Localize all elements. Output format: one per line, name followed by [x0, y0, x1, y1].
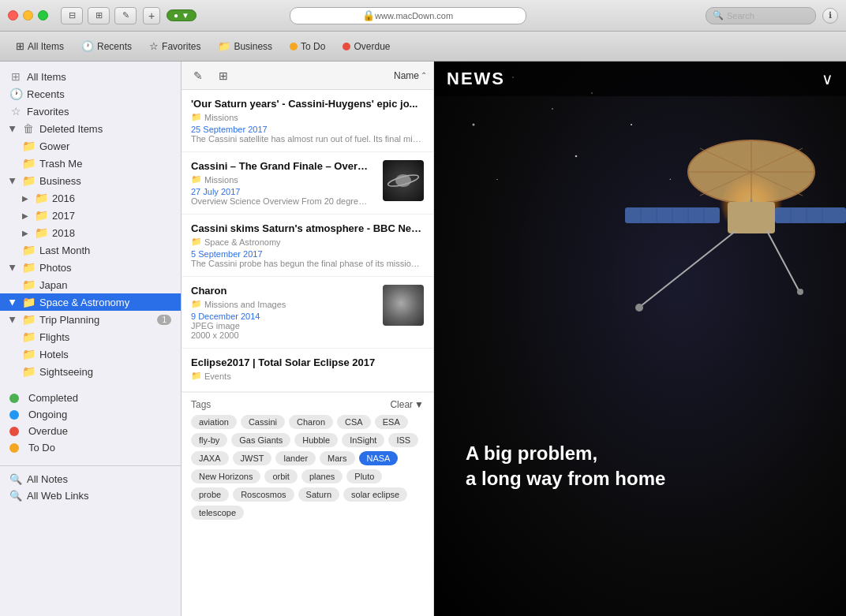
spacecraft-graphic [562, 109, 846, 377]
tags-title: Tags [191, 399, 211, 410]
note-item[interactable]: Charon 📁 Missions and Images 9 December … [182, 277, 433, 349]
close-button[interactable] [8, 10, 18, 21]
sidebar-item-last-month[interactable]: 📁 Last Month [0, 241, 181, 259]
sidebar-status-ongoing[interactable]: Ongoing [9, 406, 171, 423]
toolbar-recents[interactable]: 🕐 Recents [75, 38, 138, 54]
sidebar-item-favorites[interactable]: ☆ Favorites [0, 103, 181, 120]
traffic-indicator: ● ▼ [167, 9, 197, 21]
tag-planes[interactable]: planes [301, 469, 343, 483]
nav-controls: ⊟ ⊞ ✎ [61, 7, 137, 24]
tag-esa[interactable]: ESA [375, 415, 408, 429]
toolbar-all-items[interactable]: ⊞ All Items [9, 38, 70, 54]
sidebar-item-trash-me[interactable]: 📁 Trash Me [0, 155, 181, 172]
sidebar-item-2016[interactable]: ▶ 📁 2016 [0, 189, 181, 207]
grid-button[interactable]: ⊞ [213, 67, 234, 84]
tag-charon[interactable]: Charon [289, 415, 333, 429]
toolbar-todo[interactable]: To Do [283, 39, 331, 54]
preview-pane: A big problem, a long way from home NEWS… [434, 62, 846, 616]
svg-point-5 [552, 108, 553, 110]
sidebar-item-recents[interactable]: 🕐 Recents [0, 85, 181, 103]
sidebar-item-japan[interactable]: 📁 Japan [0, 276, 181, 293]
overdue-dot-icon [9, 427, 19, 436]
tag-roscosmos[interactable]: Roscosmos [233, 487, 294, 502]
sort-button[interactable]: Name ⌃ [394, 70, 427, 81]
sidebar-item-space-astronomy[interactable]: ▶ 📁 Space & Astronomy [0, 293, 181, 311]
tag-pluto[interactable]: Pluto [346, 469, 382, 483]
tag-new-horizons[interactable]: New Horizons [191, 469, 260, 483]
tag-jaxa[interactable]: JAXA [191, 451, 229, 465]
folder-icon: 📁 [22, 313, 35, 326]
sidebar-item-2017[interactable]: ▶ 📁 2017 [0, 207, 181, 224]
sidebar-item-photos[interactable]: ▶ 📁 Photos [0, 259, 181, 276]
folder-icon: 📁 [191, 174, 202, 185]
svg-point-7 [496, 179, 498, 180]
tag-iss[interactable]: ISS [388, 433, 418, 447]
svg-point-61 [635, 304, 643, 312]
tag-mars[interactable]: Mars [320, 451, 354, 465]
tag-jwst[interactable]: JWST [233, 451, 272, 465]
tag-probe[interactable]: probe [191, 487, 229, 502]
note-thumb [383, 160, 424, 201]
sidebar-item-business[interactable]: ▶ 📁 Business [0, 172, 181, 189]
expand-icon: ▶ [22, 229, 28, 237]
minimize-button[interactable] [23, 10, 33, 21]
sidebar-item-gower[interactable]: 📁 Gower [0, 137, 181, 155]
svg-point-3 [473, 124, 475, 126]
toolbar-favorites[interactable]: ☆ Favorites [143, 38, 207, 54]
sidebar-item-all-items[interactable]: ⊞ All Items [0, 68, 181, 85]
note-item[interactable]: Eclipse2017 | Total Solar Eclipse 2017 📁… [182, 349, 433, 392]
maximize-button[interactable] [38, 10, 48, 21]
compose-button[interactable]: ✎ [114, 7, 137, 24]
note-item[interactable]: Cassini skims Saturn's atmosphere - BBC … [182, 215, 433, 277]
add-button[interactable]: + [143, 7, 160, 24]
sidebar-item-2018[interactable]: ▶ 📁 2018 [0, 224, 181, 241]
folder-icon: 📁 [191, 112, 202, 122]
sidebar-status-overdue[interactable]: Overdue [9, 423, 171, 439]
folder-icon: 📁 [22, 365, 35, 378]
tag-gas-giants[interactable]: Gas Giants [231, 433, 290, 447]
tag-aviation[interactable]: aviation [191, 415, 237, 429]
tag-csa[interactable]: CSA [337, 415, 371, 429]
url-bar[interactable]: 🔒 www.macDown.com [290, 7, 526, 24]
overdue-dot-icon [343, 43, 350, 50]
tag-cassini[interactable]: Cassini [241, 415, 285, 429]
folder-icon: 📁 [22, 157, 35, 170]
note-item[interactable]: 'Our Saturn years' - Cassini-Huygens' ep… [182, 90, 433, 152]
toolbar-overdue[interactable]: Overdue [336, 39, 396, 54]
edit-button[interactable]: ✎ [188, 67, 208, 84]
recents-icon: 🕐 [81, 40, 94, 52]
sidebar-item-sightseeing[interactable]: 📁 Sightseeing [0, 363, 181, 380]
sidebar-item-flights[interactable]: 📁 Flights [0, 328, 181, 345]
tag-saturn[interactable]: Saturn [298, 487, 339, 502]
search-bar[interactable]: 🔍 Search [706, 7, 816, 24]
search-icon: 🔍 [9, 490, 22, 502]
sidebar-item-hotels[interactable]: 📁 Hotels [0, 345, 181, 363]
tag-flyby[interactable]: fly-by [191, 433, 227, 447]
traffic-lights [8, 10, 48, 21]
toolbar: ⊞ All Items 🕐 Recents ☆ Favorites 📁 Busi… [0, 32, 846, 62]
sidebar-status-completed[interactable]: Completed [9, 390, 171, 406]
sidebar-item-all-notes[interactable]: 🔍 All Notes [0, 471, 181, 487]
sidebar-item-trip-planning[interactable]: ▶ 📁 Trip Planning 1 [0, 311, 181, 328]
tag-nasa[interactable]: NASA [359, 451, 399, 465]
note-item[interactable]: Cassini – The Grand Finale – Overview 📁 … [182, 152, 433, 215]
tag-solar-eclipse[interactable]: solar eclipse [343, 487, 407, 502]
sidebar-item-deleted-items[interactable]: ▶ 🗑 Deleted Items [0, 120, 181, 137]
tag-orbit[interactable]: orbit [264, 469, 297, 483]
tag-insight[interactable]: InSight [342, 433, 384, 447]
sidebar-status-todo[interactable]: To Do [9, 439, 171, 456]
all-items-icon: ⊞ [16, 40, 24, 52]
search-icon: 🔍 [713, 10, 724, 21]
sort-chevron-icon: ⌃ [421, 71, 427, 80]
tag-telescope[interactable]: telescope [191, 506, 244, 520]
preview-chevron-icon[interactable]: ∨ [822, 69, 833, 88]
tag-lander[interactable]: lander [275, 451, 316, 465]
info-button[interactable]: ℹ [822, 8, 838, 24]
toolbar-business[interactable]: 📁 Business [212, 38, 279, 54]
ongoing-dot-icon [9, 410, 19, 420]
tags-clear-button[interactable]: Clear ▼ [390, 399, 424, 410]
tag-hubble[interactable]: Hubble [294, 433, 338, 447]
sidebar-item-all-web-links[interactable]: 🔍 All Web Links [0, 487, 181, 504]
view-toggle-button[interactable]: ⊞ [88, 7, 110, 24]
sidebar-toggle-button[interactable]: ⊟ [61, 7, 83, 24]
